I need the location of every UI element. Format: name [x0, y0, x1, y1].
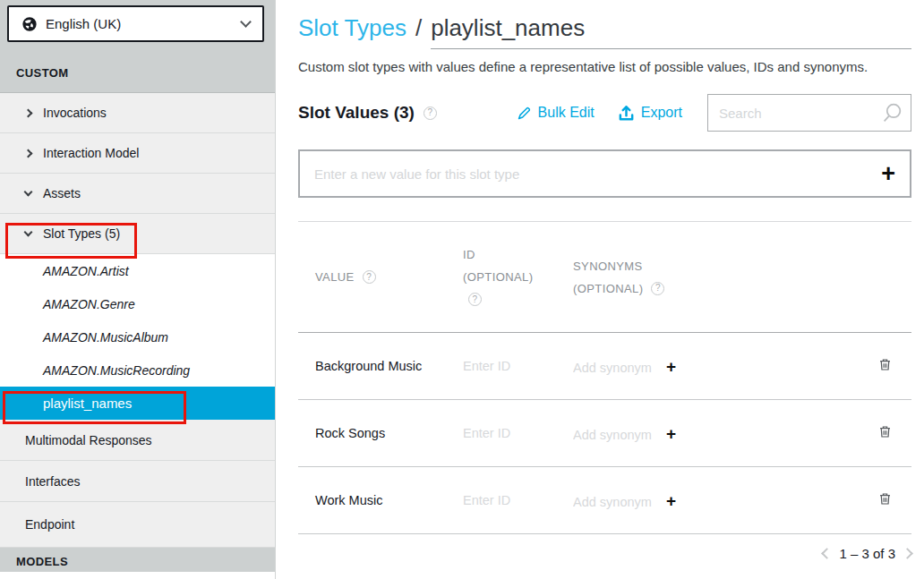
pagination: 1 – 3 of 3	[277, 546, 911, 561]
id-optional-label: (OPTIONAL)	[463, 270, 573, 284]
slot-type-item-amazon-genre[interactable]: AMAZON.Genre	[0, 287, 275, 320]
help-icon[interactable]: ?	[424, 106, 437, 120]
column-header-synonyms: SYNONYMS (OPTIONAL) ?	[573, 222, 858, 332]
search-icon[interactable]	[880, 101, 904, 125]
slot-type-item-amazon-musicalbum[interactable]: AMAZON.MusicAlbum	[0, 320, 275, 353]
id-header-label: ID	[463, 248, 573, 261]
page-title: playlist_names	[431, 14, 585, 41]
slot-type-label: AMAZON.MusicAlbum	[43, 330, 168, 345]
table-row: Rock Songs +	[298, 400, 911, 467]
previous-page-button[interactable]	[822, 548, 834, 559]
synonym-input[interactable]	[573, 428, 659, 442]
delete-row-button[interactable]	[876, 490, 894, 511]
slot-type-item-amazon-artist[interactable]: AMAZON.Artist	[0, 254, 275, 287]
breadcrumb-slot-types-link[interactable]: Slot Types	[298, 14, 406, 42]
synonym-input[interactable]	[573, 361, 659, 375]
search-box	[707, 94, 911, 132]
sidebar-section-custom: CUSTOM	[16, 66, 69, 80]
value-header-label: VALUE	[315, 270, 355, 284]
id-input[interactable]	[463, 493, 552, 507]
sidebar-item-label: Endpoint	[25, 517, 74, 532]
trash-icon	[877, 357, 893, 372]
language-label: English (UK)	[46, 16, 121, 31]
sidebar-section-models: MODELS	[0, 548, 275, 572]
bulk-edit-label: Bulk Edit	[538, 105, 595, 121]
sidebar: English (UK) CUSTOM Invocations Interact…	[0, 0, 276, 579]
sidebar-item-interaction-model[interactable]: Interaction Model	[0, 133, 275, 174]
sidebar-item-label: Interaction Model	[43, 146, 139, 160]
column-header-actions	[858, 222, 911, 332]
slot-value-cell: Rock Songs	[298, 426, 463, 440]
slot-values-toolbar: Slot Values (3) ? Bulk Edit Export	[298, 93, 911, 132]
sidebar-item-label: Interfaces	[25, 474, 80, 489]
next-page-button[interactable]	[902, 548, 913, 559]
main-content: Slot Types / playlist_names Custom slot …	[277, 0, 924, 579]
bulk-edit-button[interactable]: Bulk Edit	[517, 105, 595, 121]
sidebar-item-multimodal-responses[interactable]: Multimodal Responses	[0, 420, 275, 461]
sidebar-item-invocations[interactable]: Invocations	[0, 93, 275, 133]
add-synonym-button[interactable]: +	[666, 358, 676, 375]
chevron-down-icon	[240, 16, 252, 28]
sidebar-item-label: Slot Types (5)	[43, 226, 120, 241]
breadcrumb: Slot Types / playlist_names	[298, 14, 911, 49]
delete-row-button[interactable]	[876, 422, 894, 444]
table-row: Background Music +	[298, 333, 911, 400]
trash-icon	[877, 491, 893, 507]
chevron-right-icon	[24, 108, 33, 117]
add-synonym-button[interactable]: +	[666, 492, 676, 509]
sidebar-item-label: Assets	[43, 186, 81, 200]
slot-values-title: Slot Values (3)	[298, 103, 415, 123]
breadcrumb-separator: /	[415, 14, 422, 42]
sidebar-item-slot-types[interactable]: Slot Types (5)	[0, 214, 275, 254]
page-description: Custom slot types with values define a r…	[298, 59, 911, 74]
sidebar-item-endpoint[interactable]: Endpoint	[0, 502, 275, 548]
new-value-input[interactable]	[314, 166, 881, 182]
column-header-value: VALUE ?	[298, 222, 463, 332]
help-icon[interactable]: ?	[651, 282, 664, 295]
chevron-right-icon	[24, 149, 33, 158]
help-icon[interactable]: ?	[468, 293, 482, 306]
export-icon	[618, 105, 635, 122]
globe-icon	[21, 16, 38, 32]
pagination-label: 1 – 3 of 3	[839, 546, 895, 561]
delete-row-button[interactable]	[876, 355, 894, 377]
id-input[interactable]	[463, 426, 552, 440]
table-header-row: VALUE ? ID (OPTIONAL) ? SYNONYMS (OPTION…	[298, 222, 911, 333]
slot-type-label: AMAZON.MusicRecording	[43, 363, 190, 378]
synonyms-optional-label: (OPTIONAL)	[573, 282, 643, 295]
new-slot-value-row: +	[298, 149, 911, 198]
add-synonym-button[interactable]: +	[666, 425, 676, 442]
trash-icon	[877, 424, 893, 439]
table-row: Work Music +	[298, 467, 911, 534]
export-label: Export	[641, 105, 682, 121]
synonym-input[interactable]	[573, 495, 659, 509]
slot-type-label: AMAZON.Genre	[43, 297, 135, 311]
language-selector[interactable]: English (UK)	[7, 5, 264, 42]
synonyms-header-label: SYNONYMS	[573, 260, 858, 273]
help-icon[interactable]: ?	[363, 270, 376, 284]
add-value-button[interactable]: +	[881, 162, 895, 186]
export-button[interactable]: Export	[618, 105, 682, 122]
slot-type-label: AMAZON.Artist	[43, 264, 129, 278]
chevron-down-icon	[24, 188, 33, 197]
breadcrumb-current-wrap: playlist_names	[431, 14, 911, 49]
sidebar-item-interfaces[interactable]: Interfaces	[0, 461, 275, 502]
pencil-icon	[517, 106, 532, 121]
slot-value-cell: Work Music	[298, 493, 463, 507]
id-input[interactable]	[463, 359, 552, 373]
slot-type-label: playlist_names	[43, 396, 132, 411]
column-header-id: ID (OPTIONAL) ?	[463, 222, 573, 332]
sidebar-item-label: Multimodal Responses	[25, 433, 152, 447]
chevron-down-icon	[24, 228, 33, 237]
slot-type-item-playlist-names[interactable]: playlist_names	[0, 387, 275, 420]
slot-values-table: VALUE ? ID (OPTIONAL) ? SYNONYMS (OPTION…	[298, 221, 911, 534]
slot-value-cell: Background Music	[298, 359, 463, 373]
sidebar-item-label: Invocations	[43, 106, 107, 120]
sidebar-top-band: English (UK) CUSTOM	[0, 0, 275, 93]
slot-type-item-amazon-musicrecording[interactable]: AMAZON.MusicRecording	[0, 353, 275, 387]
sidebar-item-assets[interactable]: Assets	[0, 174, 275, 214]
